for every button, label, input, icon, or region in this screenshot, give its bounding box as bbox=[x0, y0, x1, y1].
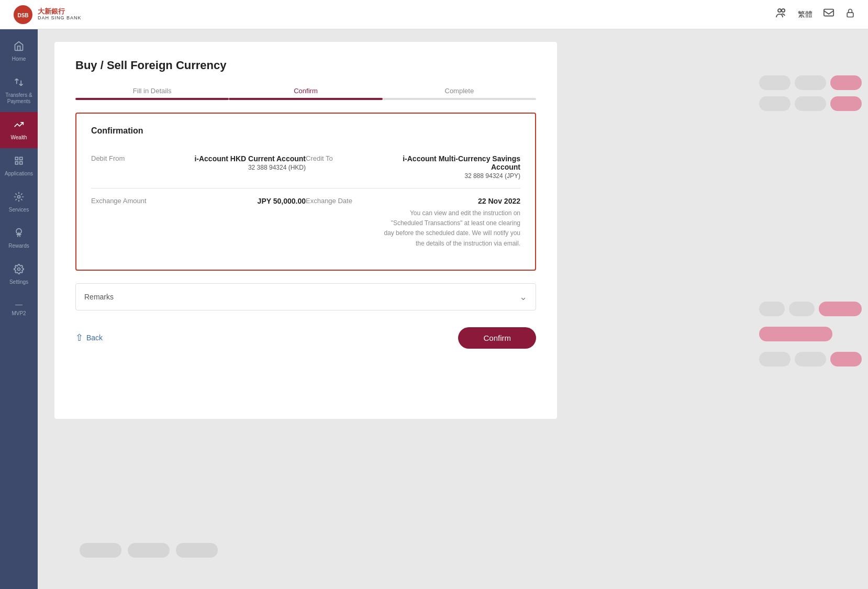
sidebar-item-wealth[interactable]: Wealth bbox=[0, 112, 38, 148]
settings-icon bbox=[14, 264, 24, 277]
page-title: Buy / Sell Foreign Currency bbox=[75, 59, 536, 72]
exchange-note: You can view and edit the instruction on… bbox=[382, 208, 520, 249]
blob-r4a bbox=[759, 327, 832, 341]
message-button[interactable] bbox=[823, 7, 834, 22]
step-complete-label: Complete bbox=[445, 87, 474, 95]
services-icon bbox=[14, 192, 24, 205]
back-circle-icon: ⇧ bbox=[75, 332, 83, 343]
settings-label: Settings bbox=[9, 279, 28, 285]
blob-r2c bbox=[830, 96, 862, 111]
blob-r2a bbox=[759, 96, 791, 111]
blob-3 bbox=[176, 543, 218, 558]
transfers-icon bbox=[14, 77, 24, 90]
step-complete[interactable]: Complete bbox=[383, 87, 536, 100]
credit-account-name: i-Account Multi-Currency Savings Account bbox=[382, 154, 520, 171]
blob-r1c bbox=[830, 75, 862, 90]
conf-row-exchange: Exchange Amount JPY 50,000.00 Exchange D… bbox=[91, 188, 520, 257]
svg-rect-7 bbox=[20, 157, 23, 160]
logo-area: DSB 大新銀行 DAH SING BANK bbox=[13, 4, 82, 25]
conf-cell-debit: Debit From i-Account HKD Current Account… bbox=[91, 154, 306, 180]
svg-text:DSB: DSB bbox=[17, 13, 28, 18]
svg-rect-4 bbox=[824, 9, 833, 16]
step-confirm-label: Confirm bbox=[294, 87, 318, 95]
sidebar-item-rewards[interactable]: Rewards bbox=[0, 220, 38, 257]
credit-label: Credit To bbox=[306, 154, 374, 162]
svg-point-2 bbox=[778, 9, 781, 12]
mvp2-label: MVP2 bbox=[12, 310, 26, 317]
sidebar-item-services[interactable]: Services bbox=[0, 184, 38, 220]
panel-row-3 bbox=[759, 302, 862, 316]
svg-rect-6 bbox=[15, 157, 18, 160]
main-layout: Home Transfers & Payments Wealth bbox=[0, 29, 868, 589]
wealth-label: Wealth bbox=[11, 135, 27, 141]
rewards-label: Rewards bbox=[8, 243, 29, 249]
blob-r5b bbox=[795, 352, 826, 366]
conf-cell-date: Exchange Date 22 Nov 2022 You can view a… bbox=[306, 197, 520, 249]
step-confirm[interactable]: Confirm bbox=[229, 87, 382, 100]
remarks-row[interactable]: Remarks ⌄ bbox=[75, 283, 536, 310]
confirmation-box: Confirmation Debit From i-Account HKD Cu… bbox=[75, 113, 536, 271]
blob-r3c bbox=[819, 302, 862, 316]
chevron-down-icon: ⌄ bbox=[519, 291, 527, 303]
applications-icon bbox=[14, 155, 24, 169]
steps-container: Fill in Details Confirm Complete bbox=[75, 87, 536, 100]
exchange-date: 22 Nov 2022 bbox=[382, 197, 520, 205]
top-navigation: DSB 大新銀行 DAH SING BANK 繁體 bbox=[0, 0, 868, 29]
blob-r5c bbox=[830, 352, 862, 366]
debit-account-name: i-Account HKD Current Account bbox=[168, 154, 306, 163]
step-fill-bar bbox=[75, 98, 229, 100]
conf-row-accounts: Debit From i-Account HKD Current Account… bbox=[91, 146, 520, 188]
step-confirm-bar bbox=[229, 98, 382, 100]
panel-row-5 bbox=[759, 352, 862, 366]
panel-row-1 bbox=[759, 75, 862, 90]
exchange-amount: JPY 50,000.00 bbox=[168, 197, 306, 205]
sidebar-item-home[interactable]: Home bbox=[0, 34, 38, 70]
sidebar-item-mvp2[interactable]: — MVP2 bbox=[0, 293, 38, 324]
page-card: Buy / Sell Foreign Currency Fill in Deta… bbox=[54, 42, 557, 419]
confirmation-title: Confirmation bbox=[91, 126, 520, 136]
sidebar: Home Transfers & Payments Wealth bbox=[0, 29, 38, 589]
home-label: Home bbox=[12, 56, 26, 62]
wealth-icon bbox=[14, 119, 24, 132]
blob-r3b bbox=[789, 302, 815, 316]
sidebar-item-settings[interactable]: Settings bbox=[0, 257, 38, 293]
svg-rect-9 bbox=[20, 162, 23, 164]
blob-r1b bbox=[795, 75, 826, 90]
credit-account-number: 32 888 94324 (JPY) bbox=[382, 172, 520, 180]
blob-r3a bbox=[759, 302, 785, 316]
blob-r1a bbox=[759, 75, 791, 90]
content-area: Buy / Sell Foreign Currency Fill in Deta… bbox=[38, 29, 753, 589]
svg-point-3 bbox=[782, 9, 785, 12]
step-fill-label: Fill in Details bbox=[133, 87, 172, 95]
svg-rect-5 bbox=[847, 13, 853, 17]
lock-button[interactable] bbox=[845, 7, 855, 22]
credit-value: i-Account Multi-Currency Savings Account… bbox=[382, 154, 520, 180]
step-fill-in-details[interactable]: Fill in Details bbox=[75, 87, 229, 100]
right-panel-decoration bbox=[753, 29, 868, 589]
remarks-label: Remarks bbox=[84, 293, 114, 301]
exchange-date-value: 22 Nov 2022 You can view and edit the in… bbox=[382, 197, 520, 249]
users-button[interactable] bbox=[775, 7, 787, 23]
home-icon bbox=[14, 41, 24, 54]
blob-r5a bbox=[759, 352, 791, 366]
back-label: Back bbox=[86, 334, 103, 342]
conf-cell-amount: Exchange Amount JPY 50,000.00 bbox=[91, 197, 306, 249]
bank-logo-icon: DSB bbox=[13, 4, 34, 25]
step-complete-bar bbox=[383, 98, 536, 100]
debit-value: i-Account HKD Current Account 32 388 943… bbox=[168, 154, 306, 171]
debit-account-number: 32 388 94324 (HKD) bbox=[168, 164, 306, 171]
bank-english-name: DAH SING BANK bbox=[38, 16, 82, 21]
language-button[interactable]: 繁體 bbox=[798, 10, 813, 19]
confirm-button[interactable]: Confirm bbox=[458, 327, 536, 349]
blob-r2b bbox=[795, 96, 826, 111]
applications-label: Applications bbox=[5, 171, 33, 177]
sidebar-item-transfers[interactable]: Transfers & Payments bbox=[0, 70, 38, 112]
exchange-date-label: Exchange Date bbox=[306, 197, 374, 205]
debit-label: Debit From bbox=[91, 154, 159, 162]
footer-actions: ⇧ Back Confirm bbox=[75, 327, 536, 349]
transfers-label: Transfers & Payments bbox=[5, 92, 32, 105]
sidebar-item-applications[interactable]: Applications bbox=[0, 148, 38, 184]
back-button[interactable]: ⇧ Back bbox=[75, 332, 103, 343]
bottom-decoration bbox=[80, 543, 218, 558]
blob-2 bbox=[128, 543, 170, 558]
